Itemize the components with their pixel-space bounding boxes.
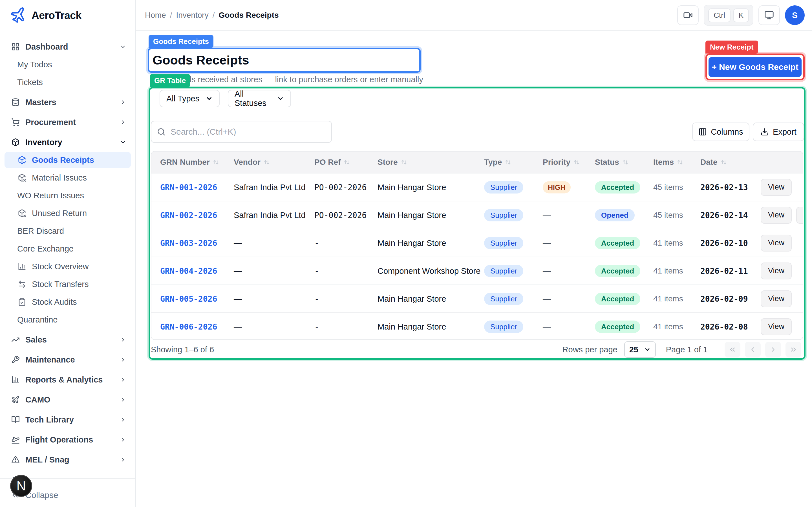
screen-record-button[interactable] (677, 5, 699, 25)
view-button[interactable]: View (761, 263, 792, 279)
sidebar-item-procurement[interactable]: Procurement (4, 114, 131, 130)
user-avatar[interactable]: S (785, 5, 805, 25)
status-cell: Accepted (595, 181, 640, 193)
annotation-label-new-receipt: New Receipt (705, 41, 758, 54)
sidebar-item-flight-operations[interactable]: Flight Operations (4, 432, 131, 448)
sidebar-item-sales[interactable]: Sales (4, 332, 131, 348)
po-ref-cell: - (314, 322, 319, 331)
status-cell: Accepted (595, 321, 640, 333)
plane-logo-icon (8, 6, 28, 25)
app-title: AeroTrack (32, 10, 82, 21)
display-settings-button[interactable] (758, 5, 780, 25)
sidebar-item-tickets[interactable]: Tickets (4, 74, 131, 91)
chevron-down-icon (644, 346, 651, 353)
grn-number-link[interactable]: GRN-005-2026 (160, 294, 217, 303)
column-header-store[interactable]: Store (377, 158, 407, 167)
type-cell: Supplier (484, 321, 523, 333)
sidebar-item-tech-library[interactable]: Tech Library (4, 411, 131, 428)
sidebar-item-wo-return-issues[interactable]: WO Return Issues (4, 187, 131, 204)
sidebar-item-material-issues[interactable]: Material Issues (4, 170, 131, 186)
sidebar-item-mel-snag[interactable]: MEL / Snag (4, 452, 131, 468)
page-title: Goods Receipts (153, 53, 249, 68)
column-header-date[interactable]: Date (700, 158, 727, 167)
po-ref-cell: - (314, 266, 319, 276)
sidebar-item-ber-discard[interactable]: BER Discard (4, 223, 131, 239)
sidebar-item-label: Flight Operations (26, 435, 93, 445)
sort-icon (263, 159, 270, 165)
column-header-grn-number[interactable]: GRN Number (160, 158, 219, 167)
type-badge: Supplier (484, 293, 523, 305)
sidebar-item-inventory[interactable]: Inventory (4, 134, 131, 151)
view-button[interactable]: View (761, 318, 792, 335)
column-header-type[interactable]: Type (484, 158, 511, 167)
sort-icon (343, 159, 350, 165)
view-button[interactable]: View (761, 235, 792, 251)
sort-icon (505, 159, 511, 165)
sidebar-item-stock-overview[interactable]: Stock Overview (4, 258, 131, 275)
first-page-button[interactable] (725, 342, 741, 357)
new-goods-receipt-button[interactable]: + New Goods Receipt (709, 57, 802, 77)
status-badge: Accepted (595, 181, 640, 193)
sidebar-item-label: My Todos (17, 60, 52, 69)
type-cell: Supplier (484, 293, 523, 305)
grn-number-link[interactable]: GRN-004-2026 (160, 266, 217, 276)
next-page-button[interactable] (765, 342, 781, 357)
chevron-right-icon (119, 436, 126, 443)
grn-number-link[interactable]: GRN-002-2026 (160, 210, 217, 220)
po-ref-cell: PO-002-2026 (314, 182, 366, 192)
view-button[interactable]: View (761, 207, 792, 224)
sidebar-item-unused-return[interactable]: Unused Return (4, 205, 131, 221)
cart-icon (11, 118, 20, 126)
row-action-button[interactable]: E (796, 207, 803, 224)
items-cell: 45 items (653, 183, 683, 192)
type-filter-select[interactable]: All Types (160, 90, 220, 107)
type-badge: Supplier (484, 181, 523, 193)
store-cell: Main Hangar Store (377, 322, 446, 331)
sidebar: AeroTrack DashboardMy TodosTicketsMaster… (0, 0, 136, 507)
breadcrumb-inventory[interactable]: Inventory (176, 11, 208, 20)
sidebar-item-label: Stock Transfers (32, 280, 89, 289)
keyboard-shortcut-hint[interactable]: Ctrl K (704, 5, 753, 25)
clipboard-check-icon (18, 298, 26, 306)
sidebar-item-goods-receipts[interactable]: Goods Receipts (4, 152, 131, 168)
column-header-po-ref[interactable]: PO Ref (314, 158, 350, 167)
column-header-vendor[interactable]: Vendor (234, 158, 270, 167)
rows-per-page-select[interactable]: 25 (624, 341, 656, 358)
view-button[interactable]: View (761, 290, 792, 307)
sidebar-item-maintenance[interactable]: Maintenance (4, 351, 131, 368)
previous-page-button[interactable] (745, 342, 761, 357)
type-cell: Supplier (484, 181, 523, 193)
sidebar-item-dashboard[interactable]: Dashboard (4, 39, 131, 55)
table-footer: Showing 1–6 of 6 Rows per page 25 Page 1… (151, 341, 801, 358)
app-logo[interactable]: AeroTrack (0, 0, 135, 31)
type-cell: Supplier (484, 265, 523, 277)
breadcrumb-home[interactable]: Home (145, 11, 166, 20)
table-row: GRN-003-2026—-Main Hangar StoreSupplier—… (151, 229, 803, 257)
sidebar-item-reports-analytics[interactable]: Reports & Analytics (4, 372, 131, 388)
status-filter-select[interactable]: All Statuses (228, 90, 291, 107)
sidebar-item-core-exchange[interactable]: Core Exchange (4, 240, 131, 257)
search-field[interactable] (151, 121, 332, 143)
grn-number-link[interactable]: GRN-003-2026 (160, 238, 217, 247)
grn-number-link[interactable]: GRN-001-2026 (160, 182, 217, 192)
columns-button[interactable]: Columns (692, 122, 749, 141)
package-x-icon (18, 173, 26, 182)
last-page-button[interactable] (785, 342, 801, 357)
chevron-down-icon (277, 95, 284, 102)
sidebar-item-my-todos[interactable]: My Todos (4, 56, 131, 73)
search-input[interactable] (170, 127, 326, 137)
column-header-status[interactable]: Status (595, 158, 629, 167)
sidebar-item-stock-transfers[interactable]: Stock Transfers (4, 276, 131, 292)
rows-per-page-value: 25 (629, 345, 638, 354)
sidebar-item-label: BER Discard (17, 226, 64, 236)
column-header-priority[interactable]: Priority (543, 158, 580, 167)
sidebar-item-camo[interactable]: CAMO (4, 392, 131, 408)
column-header-items[interactable]: Items (653, 158, 683, 167)
sidebar-item-masters[interactable]: Masters (4, 94, 131, 110)
sidebar-item-stock-audits[interactable]: Stock Audits (4, 294, 131, 310)
export-button[interactable]: Export (753, 122, 804, 141)
view-button[interactable]: View (761, 179, 792, 196)
grn-number-link[interactable]: GRN-006-2026 (160, 322, 217, 331)
sidebar-item-quarantine[interactable]: Quarantine (4, 312, 131, 328)
dev-overlay-badge[interactable]: N (10, 475, 32, 497)
